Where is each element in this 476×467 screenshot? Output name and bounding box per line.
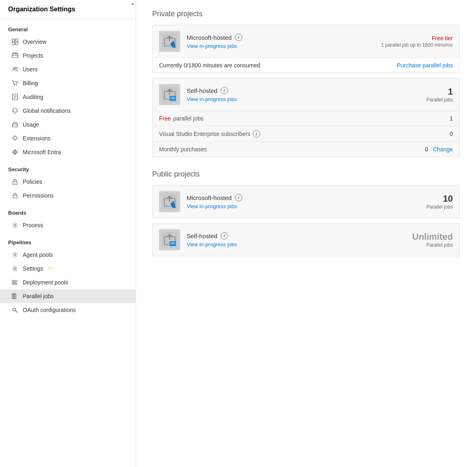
private-microsoft-hosted-card: Microsoft-hosted i View in-progress jobs… (152, 25, 460, 73)
settings-shield-badge: 🛡 (48, 267, 52, 271)
public-mh-icon (159, 191, 180, 212)
sidebar-item-label-settings: Settings (23, 265, 43, 272)
sidebar-item-policies[interactable]: Policies (0, 175, 136, 189)
sidebar-item-label-parallel-jobs: Parallel jobs (23, 293, 54, 299)
sidebar-item-label-agent-pools: Agent pools (23, 252, 53, 258)
dots-icon (11, 279, 19, 286)
lock-icon (11, 178, 19, 185)
gear3-icon (11, 265, 19, 272)
puzzle-icon (11, 135, 19, 142)
sidebar-item-permissions[interactable]: Permissions (0, 189, 136, 202)
sidebar-item-label-projects: Projects (23, 52, 43, 59)
svg-point-20 (14, 224, 16, 226)
private-mh-minutes-row: Currently 0/1800 minutes are consumed Pu… (153, 58, 459, 73)
svg-rect-29 (12, 294, 14, 299)
sidebar-item-label-policies: Policies (23, 179, 42, 185)
report-icon (11, 93, 19, 101)
sidebar-item-label-deployment-pools: Deployment pools (23, 279, 68, 286)
sidebar-item-global-notifications[interactable]: Global notifications (0, 104, 136, 118)
sidebar-item-label-extensions: Extensions (23, 135, 50, 142)
private-sh-free-text: Free (159, 115, 171, 122)
public-mh-view-jobs-link[interactable]: View in-progress jobs (187, 203, 237, 209)
sidebar-item-agent-pools[interactable]: Agent pools (0, 248, 136, 262)
public-self-hosted-card: Self-hosted i View in-progress jobs Unli… (152, 223, 460, 256)
svg-rect-2 (12, 42, 15, 45)
private-sh-monthly-value: 0 (425, 146, 428, 153)
sidebar-item-usage[interactable]: Usage (0, 118, 136, 131)
sidebar-title: Organization Settings (0, 0, 136, 19)
bars-icon (11, 293, 19, 300)
public-projects-title: Public projects (152, 170, 460, 179)
svg-point-21 (14, 254, 16, 256)
private-sh-free-label: parallel jobs (173, 115, 204, 122)
private-sh-vs-row: Visual Studio Enterprise subscribers i 0 (153, 126, 459, 142)
sidebar-item-deployment-pools[interactable]: Deployment pools (0, 275, 136, 289)
grid-icon (11, 38, 19, 45)
public-sh-info-icon[interactable]: i (221, 232, 228, 239)
sidebar-item-auditing[interactable]: Auditing (0, 90, 136, 104)
private-sh-vs-info-icon[interactable]: i (253, 130, 260, 138)
section-label-boards: Boards (0, 202, 136, 218)
svg-rect-3 (15, 42, 18, 45)
scroll-up-arrow[interactable]: ▲ (130, 0, 136, 7)
public-mh-info-icon[interactable]: i (235, 194, 242, 201)
svg-point-9 (14, 85, 15, 86)
sidebar-item-label-oauth-configurations: OAuth configurations (23, 307, 76, 313)
private-mh-view-jobs-link[interactable]: View in-progress jobs (187, 43, 237, 49)
svg-rect-24 (12, 283, 14, 284)
public-sh-view-jobs-link[interactable]: View in-progress jobs (187, 241, 237, 247)
sidebar-item-projects[interactable]: Projects (0, 49, 136, 62)
public-mh-name: Microsoft-hosted (187, 194, 232, 201)
section-label-general: General (0, 19, 136, 35)
bell-icon (11, 107, 19, 114)
public-mh-parallel-count: 10 (426, 194, 453, 204)
svg-rect-5 (13, 53, 17, 54)
private-mh-info-icon[interactable]: i (235, 34, 242, 41)
sidebar-item-extensions[interactable]: Extensions (0, 131, 136, 145)
private-sh-change-link[interactable]: Change (433, 146, 453, 153)
public-sh-icon (159, 229, 180, 250)
svg-rect-19 (13, 195, 17, 198)
svg-point-22 (14, 268, 16, 270)
sidebar-item-label-overview: Overview (23, 39, 46, 45)
people-icon (11, 66, 19, 73)
svg-rect-4 (12, 54, 18, 58)
private-sh-parallel-count: 1 (426, 86, 453, 97)
sidebar-item-parallel-jobs[interactable]: Parallel jobs (0, 289, 136, 303)
private-sh-info-icon[interactable]: i (221, 87, 228, 94)
svg-rect-25 (15, 280, 16, 282)
sidebar-item-label-usage: Usage (23, 121, 39, 128)
private-mh-tier-desc: 1 parallel job up to 1800 mins/mo (381, 42, 453, 48)
sidebar-item-process[interactable]: Process (0, 218, 136, 232)
private-mh-name: Microsoft-hosted (187, 34, 232, 41)
private-self-hosted-icon (159, 84, 180, 105)
sidebar: ▲ Organization Settings General Overview… (0, 0, 136, 467)
svg-rect-46 (170, 242, 175, 245)
sidebar-item-microsoft-entra[interactable]: Microsoft Entra (0, 145, 136, 159)
public-projects-section: Public projects (152, 170, 460, 256)
public-mh-parallel-label: Parallel jobs (426, 204, 453, 210)
private-mh-minutes-text: Currently 0/1800 minutes are consumed (159, 62, 260, 69)
layers-icon (11, 52, 19, 59)
sidebar-item-oauth-configurations[interactable]: OAuth configurations (0, 303, 136, 317)
microsoft-hosted-icon (159, 31, 180, 52)
private-sh-name: Self-hosted (187, 87, 218, 94)
cart-icon (11, 80, 19, 87)
sidebar-item-settings[interactable]: Settings 🛡 (0, 262, 136, 275)
svg-rect-0 (12, 39, 15, 41)
sidebar-item-label-users: Users (23, 66, 38, 73)
private-mh-purchase-link[interactable]: Purchase parallel jobs (397, 62, 453, 69)
sidebar-item-label-permissions: Permissions (23, 192, 54, 199)
private-sh-monthly-row: Monthly purchases 0 Change (153, 142, 459, 157)
private-sh-free-value: 1 (450, 115, 453, 122)
private-sh-free-row: Free parallel jobs 1 (153, 111, 459, 126)
svg-rect-23 (12, 280, 14, 282)
private-sh-view-jobs-link[interactable]: View in-progress jobs (187, 96, 237, 102)
svg-point-10 (16, 85, 17, 86)
private-sh-vs-label: Visual Studio Enterprise subscribers (159, 131, 250, 137)
sidebar-item-overview[interactable]: Overview (0, 35, 136, 49)
sidebar-item-label-process: Process (23, 222, 43, 228)
private-sh-vs-value: 0 (450, 131, 453, 137)
sidebar-item-users[interactable]: Users (0, 62, 136, 76)
sidebar-item-billing[interactable]: Billing (0, 76, 136, 90)
